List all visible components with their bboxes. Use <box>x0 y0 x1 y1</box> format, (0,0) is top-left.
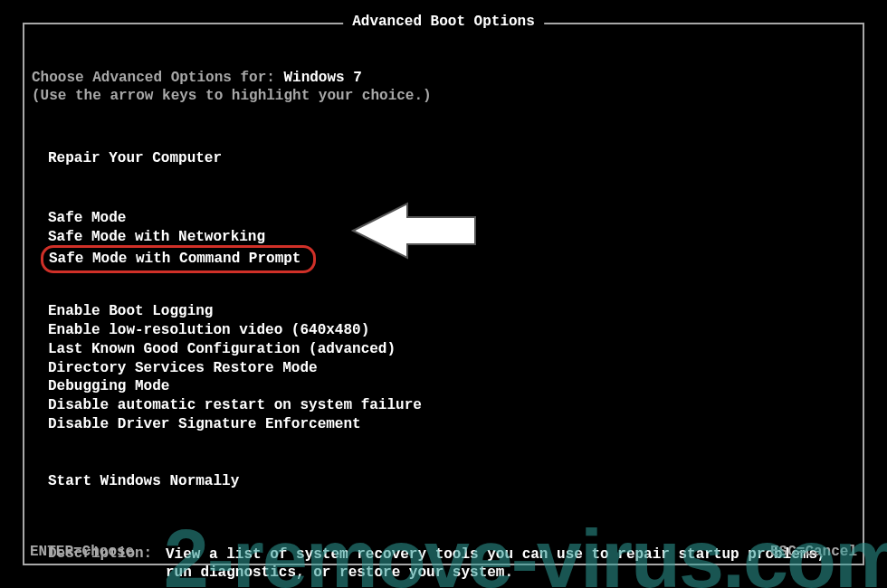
footer-enter-hint: ENTER=Choose <box>30 544 134 560</box>
screen-title: Advanced Boot Options <box>352 14 535 30</box>
boot-options-frame: Advanced Boot Options Choose Advanced Op… <box>23 23 864 565</box>
menu-group-normal: Start Windows Normally <box>32 472 855 491</box>
menu-item-last-known-good[interactable]: Last Known Good Configuration (advanced) <box>48 340 855 359</box>
footer-bar: ENTER=Choose ESC=Cancel <box>24 540 863 564</box>
menu-item-debugging-mode[interactable]: Debugging Mode <box>48 377 855 396</box>
menu-item-start-normally[interactable]: Start Windows Normally <box>48 472 855 491</box>
menu-item-disable-auto-restart[interactable]: Disable automatic restart on system fail… <box>48 396 855 415</box>
intro-hint: (Use the arrow keys to highlight your ch… <box>32 88 855 104</box>
footer-esc-hint: ESC=Cancel <box>770 544 857 560</box>
content-area: Choose Advanced Options for: Windows 7 (… <box>24 24 863 583</box>
intro-prefix: Choose Advanced Options for: <box>32 70 283 86</box>
menu-group-repair: Repair Your Computer <box>32 149 855 168</box>
os-name: Windows 7 <box>283 70 361 86</box>
intro-line: Choose Advanced Options for: Windows 7 <box>32 70 855 86</box>
menu-item-directory-services-restore[interactable]: Directory Services Restore Mode <box>48 359 855 378</box>
menu-item-low-res-video[interactable]: Enable low-resolution video (640x480) <box>48 321 855 340</box>
menu-item-disable-driver-signature[interactable]: Disable Driver Signature Enforcement <box>48 415 855 434</box>
menu-item-repair[interactable]: Repair Your Computer <box>48 149 855 168</box>
menu-item-safe-mode-command-prompt[interactable]: Safe Mode with Command Prompt <box>48 246 855 273</box>
menu-item-safe-mode[interactable]: Safe Mode <box>48 209 855 228</box>
menu-item-boot-logging[interactable]: Enable Boot Logging <box>48 302 855 321</box>
menu-group-safemode: Safe Mode Safe Mode with Networking Safe… <box>32 209 855 273</box>
menu-item-safe-mode-networking[interactable]: Safe Mode with Networking <box>48 228 855 247</box>
menu-group-advanced: Enable Boot Logging Enable low-resolutio… <box>32 302 855 434</box>
title-wrap: Advanced Boot Options <box>343 14 544 30</box>
